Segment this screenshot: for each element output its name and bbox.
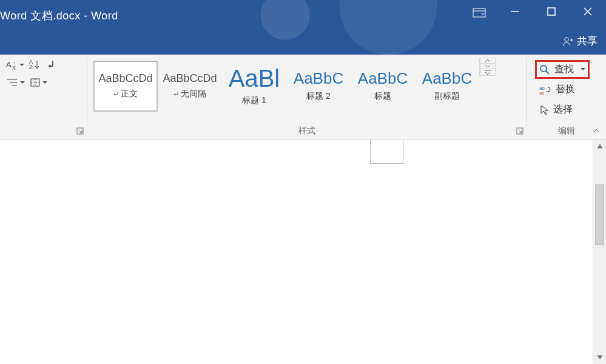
style-item[interactable]: AaBbCcDd↵无间隔 (158, 61, 222, 112)
title-bar: Word 文档.docx - Word 共享 (0, 0, 606, 55)
paragraph-dialog-launcher[interactable] (76, 126, 84, 134)
svg-line-22 (79, 130, 82, 133)
style-preview: AaBbCcDd (98, 73, 152, 84)
svg-text:Z: Z (29, 64, 33, 70)
window-controls (497, 0, 606, 23)
replace-label: 替换 (556, 83, 575, 96)
select-button[interactable]: 选择 (537, 102, 588, 117)
minimize-button[interactable] (497, 0, 533, 23)
find-label: 查找 (554, 63, 574, 76)
sort-button[interactable]: AZ (29, 59, 40, 72)
scroll-up-button[interactable] (593, 140, 606, 153)
svg-point-26 (540, 66, 547, 72)
style-name: 标题 1 (242, 95, 266, 106)
borders-icon (30, 78, 41, 87)
svg-text:ac: ac (539, 90, 544, 95)
find-button[interactable]: 查找 (537, 62, 588, 77)
styles-gallery: AaBbCcDd↵正文AaBbCcDd↵无间隔AaBl标题 1AaBbC标题 2… (93, 61, 479, 114)
sort-icon: AZ (29, 59, 40, 70)
ruler-fragment (370, 140, 403, 164)
styles-group-label: 样式 (87, 124, 527, 139)
svg-line-27 (546, 71, 549, 74)
paragraph-mark-icon: ↵ (113, 90, 119, 98)
svg-line-25 (519, 130, 522, 133)
style-item[interactable]: AaBbC副标题 (415, 61, 479, 112)
search-icon (539, 64, 550, 75)
style-preview: AaBbC (358, 70, 408, 86)
scrollbar-thumb[interactable] (595, 184, 604, 245)
style-name: 副标题 (434, 91, 460, 102)
style-preview: AaBbC (422, 70, 472, 86)
svg-marker-30 (598, 144, 602, 148)
style-item[interactable]: AaBbCcDd↵正文 (93, 61, 158, 112)
list-indent-button[interactable] (6, 78, 25, 87)
ribbon: A→文 AZ (0, 55, 606, 140)
style-name: ↵正文 (113, 89, 138, 99)
ribbon-display-options-button[interactable] (465, 5, 493, 21)
collapse-ribbon-button[interactable] (591, 127, 601, 138)
style-item[interactable]: AaBl标题 1 (222, 61, 286, 112)
document-area (0, 140, 606, 364)
svg-point-6 (565, 37, 568, 41)
paragraph-group-label (0, 124, 87, 139)
list-indent-icon (6, 78, 18, 87)
style-name: 标题 2 (306, 91, 331, 102)
svg-marker-31 (598, 356, 602, 359)
svg-text:文: 文 (12, 66, 16, 70)
select-label: 选择 (553, 103, 573, 116)
find-dropdown-caret (578, 64, 585, 75)
scrollbar-track[interactable] (593, 153, 606, 351)
share-button[interactable]: 共享 (562, 34, 598, 48)
pilcrow-return-icon (45, 58, 56, 69)
replace-icon: abac (539, 85, 551, 95)
document-page[interactable] (0, 140, 593, 364)
close-button[interactable] (570, 0, 606, 23)
share-label: 共享 (577, 34, 598, 48)
svg-rect-0 (473, 8, 485, 17)
borders-button[interactable] (30, 78, 47, 87)
style-preview: AaBbCcDd (163, 73, 217, 84)
paragraph-mark-icon: ↵ (173, 90, 179, 98)
asian-layout-button[interactable]: A→文 (6, 59, 24, 70)
svg-text:A: A (6, 60, 12, 69)
vertical-scrollbar[interactable] (593, 140, 606, 364)
asian-layout-icon: A→文 (6, 59, 17, 70)
gallery-more-button[interactable] (480, 69, 496, 76)
style-name: ↵无间隔 (173, 89, 206, 99)
style-preview: AaBbC (294, 70, 343, 86)
paragraph-group: A→文 AZ (0, 55, 87, 139)
replace-button[interactable]: abac 替换 (537, 82, 588, 97)
styles-gallery-scroll (479, 58, 495, 76)
show-paragraph-marks-button[interactable] (45, 58, 56, 72)
scroll-down-button[interactable] (593, 351, 606, 364)
window-title: Word 文档.docx - Word (0, 8, 118, 23)
styles-dialog-launcher[interactable] (516, 126, 524, 134)
svg-text:→: → (12, 61, 16, 65)
style-name: 标题 (374, 91, 391, 102)
style-item[interactable]: AaBbC标题 (351, 61, 415, 112)
style-item[interactable]: AaBbC标题 2 (286, 61, 351, 112)
svg-rect-3 (548, 8, 555, 15)
share-person-icon (562, 36, 573, 47)
style-preview: AaBl (229, 66, 280, 90)
cursor-icon (539, 104, 549, 115)
maximize-button[interactable] (533, 0, 570, 23)
styles-group: AaBbCcDd↵正文AaBbCcDd↵无间隔AaBl标题 1AaBbC标题 2… (87, 55, 527, 139)
